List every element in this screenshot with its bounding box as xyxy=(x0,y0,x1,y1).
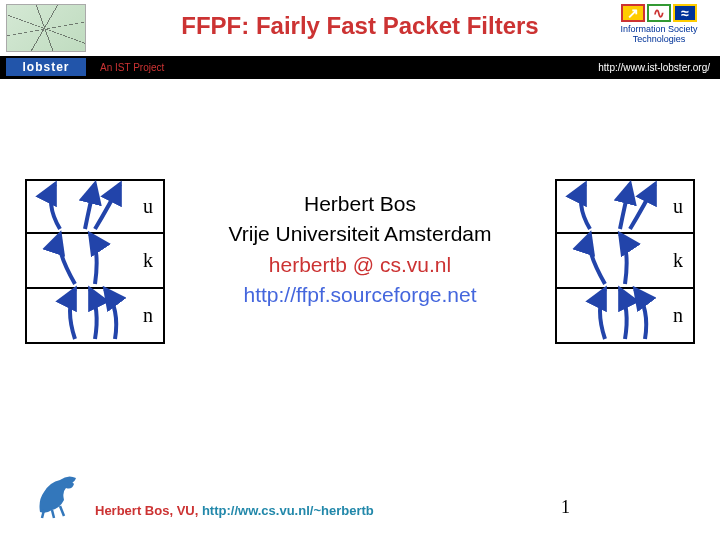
author-block: Herbert Bos Vrije Universiteit Amsterdam… xyxy=(175,189,545,311)
ist-icon-arrow: ↗ xyxy=(621,4,645,22)
footer-text: Herbert Bos, VU, http://ww.cs.vu.nl/~her… xyxy=(95,503,374,518)
author-name: Herbert Bos xyxy=(175,189,545,219)
footer: Herbert Bos, VU, http://ww.cs.vu.nl/~her… xyxy=(0,470,720,540)
diagram-right: u k n xyxy=(555,179,695,344)
project-url: http://www.ist-lobster.org/ xyxy=(598,62,710,73)
diagram-row-n: n xyxy=(25,289,165,344)
ist-logo: ↗ ∿ ≈ Information Society Technologies xyxy=(604,4,714,52)
diagram-row-u: u xyxy=(555,179,695,234)
author-email: herbertb @ cs.vu.nl xyxy=(175,250,545,280)
diagram-row-k: k xyxy=(555,234,695,289)
project-label: An IST Project xyxy=(100,62,164,73)
footer-author: Herbert Bos, VU, xyxy=(95,503,202,518)
diagram-row-u: u xyxy=(25,179,165,234)
footer-url: http://ww.cs.vu.nl/~herbertb xyxy=(202,503,374,518)
author-affiliation: Vrije Universiteit Amsterdam xyxy=(175,219,545,249)
diagram-row-k: k xyxy=(25,234,165,289)
black-bar: lobster An IST Project http://www.ist-lo… xyxy=(0,56,720,79)
ist-icon-approx: ≈ xyxy=(673,4,697,22)
diagram-row-n: n xyxy=(555,289,695,344)
griffin-icon xyxy=(30,470,80,520)
ist-label: Information Society Technologies xyxy=(604,24,714,44)
page-number: 1 xyxy=(561,497,570,518)
diagram-left: u k n xyxy=(25,179,165,344)
lobster-logo: lobster xyxy=(6,58,86,76)
header: FFPF: Fairly Fast Packet Filters ↗ ∿ ≈ I… xyxy=(0,0,720,56)
project-homepage: http://ffpf.sourceforge.net xyxy=(175,280,545,310)
content-area: u k n u k n Herb xyxy=(0,79,720,459)
ist-icon-wave: ∿ xyxy=(647,4,671,22)
